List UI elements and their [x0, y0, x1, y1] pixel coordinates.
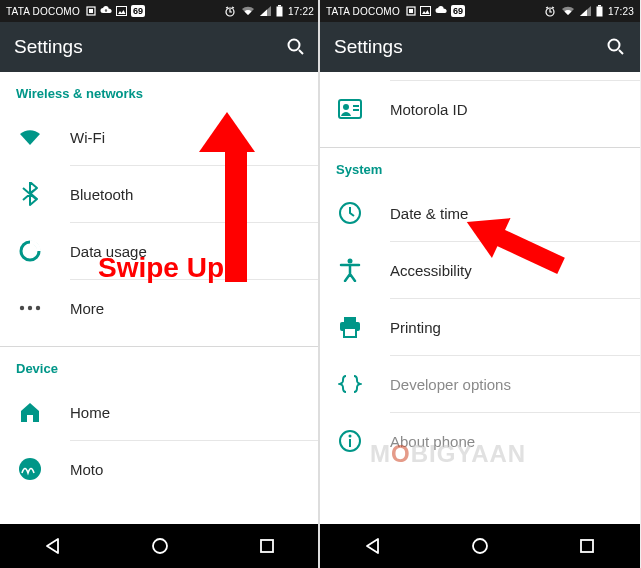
svg-rect-5 — [278, 5, 281, 7]
page-title: Settings — [14, 36, 286, 58]
carrier-label: TATA DOCOMO — [6, 6, 80, 17]
alarm-icon — [544, 5, 556, 17]
sim-icon — [86, 6, 96, 16]
svg-rect-4 — [276, 7, 282, 17]
row-motorola-id[interactable]: Motorola ID — [320, 81, 640, 137]
settings-list-right[interactable]: Motorola ID System Date & time Accessibi… — [320, 72, 640, 524]
signal-icon — [580, 6, 591, 16]
svg-rect-32 — [349, 439, 351, 447]
nav-home-button[interactable] — [140, 526, 180, 566]
row-label: Printing — [390, 319, 441, 336]
circle-home-icon — [151, 537, 169, 555]
sim-icon — [406, 6, 416, 16]
svg-point-6 — [289, 40, 300, 51]
cloud-upload-icon — [100, 6, 112, 16]
triangle-back-icon — [44, 537, 62, 555]
svg-rect-19 — [598, 5, 601, 7]
row-label: Moto — [70, 461, 103, 478]
svg-rect-18 — [596, 7, 602, 17]
status-bar: TATA DOCOMO 69 17:22 — [0, 0, 320, 22]
search-icon — [606, 37, 626, 57]
wifi-icon — [16, 123, 44, 151]
row-label: Wi-Fi — [70, 129, 105, 146]
row-moto[interactable]: Moto — [0, 441, 320, 497]
settings-list-left[interactable]: Wireless & networks Wi-Fi Bluetooth Data… — [0, 72, 320, 524]
row-developer-options[interactable]: Developer options — [320, 356, 640, 412]
svg-rect-16 — [420, 7, 430, 16]
row-label: Developer options — [390, 376, 511, 393]
search-button[interactable] — [606, 37, 626, 57]
search-icon — [286, 37, 306, 57]
wifi-icon — [561, 6, 575, 16]
app-bar: Settings — [0, 22, 320, 72]
phone-right: TATA DOCOMO 69 17:23 Settings — [320, 0, 640, 568]
nav-bar — [0, 524, 320, 568]
row-home[interactable]: Home — [0, 384, 320, 440]
row-accessibility[interactable]: Accessibility — [320, 242, 640, 298]
circle-home-icon — [471, 537, 489, 555]
section-header-system: System — [320, 148, 640, 185]
svg-point-22 — [343, 104, 349, 110]
svg-rect-15 — [409, 9, 413, 13]
row-label: Accessibility — [390, 262, 472, 279]
row-wifi[interactable]: Wi-Fi — [0, 109, 320, 165]
row-label: Home — [70, 404, 110, 421]
square-recent-icon — [579, 538, 595, 554]
square-recent-icon — [259, 538, 275, 554]
svg-rect-2 — [116, 7, 126, 16]
info-icon — [336, 427, 364, 455]
svg-point-31 — [349, 435, 352, 438]
row-label: Motorola ID — [390, 101, 468, 118]
nav-recent-button[interactable] — [247, 526, 287, 566]
nav-back-button[interactable] — [353, 526, 393, 566]
picture-icon — [116, 6, 127, 16]
row-label: Date & time — [390, 205, 468, 222]
wifi-icon — [241, 6, 255, 16]
svg-point-8 — [20, 306, 24, 310]
app-bar: Settings — [320, 22, 640, 72]
accessibility-icon — [336, 256, 364, 284]
alarm-icon — [224, 5, 236, 17]
row-more[interactable]: More — [0, 280, 320, 336]
clock-label: 17:22 — [288, 6, 314, 17]
bluetooth-icon — [16, 180, 44, 208]
svg-rect-24 — [353, 109, 359, 111]
battery-icon — [276, 5, 283, 17]
nav-recent-button[interactable] — [567, 526, 607, 566]
svg-rect-27 — [344, 317, 356, 322]
row-label: Data usage — [70, 243, 147, 260]
svg-point-10 — [36, 306, 40, 310]
more-horiz-icon — [16, 294, 44, 322]
carrier-label: TATA DOCOMO — [326, 6, 400, 17]
search-button[interactable] — [286, 37, 306, 57]
nav-bar — [320, 524, 640, 568]
cloud-upload-icon — [435, 6, 447, 16]
row-date-time[interactable]: Date & time — [320, 185, 640, 241]
nav-back-button[interactable] — [33, 526, 73, 566]
svg-rect-23 — [353, 105, 359, 107]
svg-point-20 — [609, 40, 620, 51]
battery-badge: 69 — [131, 5, 145, 17]
home-icon — [16, 398, 44, 426]
status-bar: TATA DOCOMO 69 17:23 — [320, 0, 640, 22]
svg-point-12 — [153, 539, 167, 553]
svg-point-26 — [348, 259, 353, 264]
battery-icon — [596, 5, 603, 17]
printer-icon — [336, 313, 364, 341]
svg-rect-34 — [581, 540, 593, 552]
clock-icon — [336, 199, 364, 227]
svg-rect-13 — [261, 540, 273, 552]
page-title: Settings — [334, 36, 606, 58]
row-data-usage[interactable]: Data usage — [0, 223, 320, 279]
id-card-icon — [336, 95, 364, 123]
svg-rect-29 — [344, 328, 356, 337]
data-usage-icon — [16, 237, 44, 265]
section-header-device: Device — [0, 347, 320, 384]
clock-label: 17:23 — [608, 6, 634, 17]
row-about-phone[interactable]: About phone — [320, 413, 640, 469]
row-printing[interactable]: Printing — [320, 299, 640, 355]
section-header-wireless: Wireless & networks — [0, 72, 320, 109]
nav-home-button[interactable] — [460, 526, 500, 566]
battery-badge: 69 — [451, 5, 465, 17]
row-bluetooth[interactable]: Bluetooth — [0, 166, 320, 222]
